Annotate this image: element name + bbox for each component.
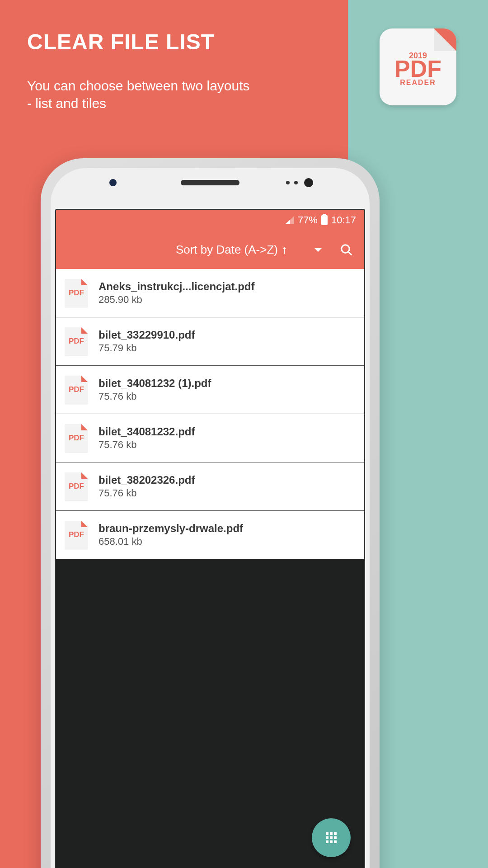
app-icon-sub-text: READER (400, 79, 436, 87)
app-icon-main-text: PDF (394, 57, 441, 80)
file-list: PDF Aneks_instrukcj...licencjat.pdf 285.… (56, 269, 364, 559)
file-name: bilet_38202326.pdf (99, 474, 195, 486)
list-item[interactable]: PDF bilet_33229910.pdf 75.79 kb (56, 317, 364, 366)
app-icon: 2019 PDF READER (380, 28, 456, 105)
phone-top-hardware (51, 180, 370, 185)
layout-toggle-fab[interactable] (312, 818, 351, 857)
phone-screen: 77% 10:17 Sort by Date (A->Z) ↑ (55, 209, 365, 868)
file-name: bilet_33229910.pdf (99, 329, 195, 341)
promo-subtitle: You can choose between two layouts - lis… (27, 77, 253, 112)
speaker-grille (181, 180, 239, 185)
clock-time: 10:17 (331, 214, 356, 226)
pdf-file-icon: PDF (65, 521, 88, 549)
signal-icon (285, 216, 294, 224)
file-size: 75.76 kb (99, 487, 195, 499)
list-item[interactable]: PDF bilet_38202326.pdf 75.76 kb (56, 462, 364, 511)
pdf-file-icon: PDF (65, 472, 88, 500)
dropdown-icon[interactable] (314, 248, 322, 252)
phone-bezel: 77% 10:17 Sort by Date (A->Z) ↑ (51, 168, 370, 868)
file-size: 658.01 kb (99, 536, 243, 547)
camera-dot (109, 179, 117, 186)
app-toolbar: Sort by Date (A->Z) ↑ (56, 231, 364, 269)
pdf-file-icon: PDF (65, 376, 88, 404)
svg-line-1 (348, 251, 352, 255)
file-name: braun-przemysly-drwale.pdf (99, 522, 243, 535)
promo-title: CLEAR FILE LIST (27, 29, 215, 54)
list-item[interactable]: PDF bilet_34081232.pdf 75.76 kb (56, 414, 364, 462)
list-item[interactable]: PDF bilet_34081232 (1).pdf 75.76 kb (56, 366, 364, 414)
sort-label-text: Sort by Date (A->Z) (176, 243, 278, 257)
battery-icon (321, 215, 328, 225)
grid-icon (326, 832, 337, 843)
battery-percent: 77% (298, 214, 318, 226)
status-bar: 77% 10:17 (56, 210, 364, 231)
pdf-file-icon: PDF (65, 424, 88, 452)
empty-bottom-area (56, 559, 364, 868)
file-size: 75.76 kb (99, 439, 195, 451)
pdf-file-icon: PDF (65, 279, 88, 307)
sort-direction-arrow: ↑ (282, 243, 287, 257)
search-icon[interactable] (340, 243, 353, 257)
file-size: 75.79 kb (99, 342, 195, 354)
sensor-dots (286, 178, 313, 187)
phone-frame: 77% 10:17 Sort by Date (A->Z) ↑ (41, 158, 380, 868)
file-name: bilet_34081232 (1).pdf (99, 377, 211, 390)
list-item[interactable]: PDF Aneks_instrukcj...licencjat.pdf 285.… (56, 269, 364, 317)
file-size: 285.90 kb (99, 294, 254, 306)
file-name: bilet_34081232.pdf (99, 425, 195, 438)
svg-point-0 (342, 245, 350, 253)
file-size: 75.76 kb (99, 391, 211, 402)
pdf-file-icon: PDF (65, 327, 88, 355)
sort-button[interactable]: Sort by Date (A->Z) ↑ (176, 243, 287, 257)
list-item[interactable]: PDF braun-przemysly-drwale.pdf 658.01 kb (56, 511, 364, 559)
file-name: Aneks_instrukcj...licencjat.pdf (99, 280, 254, 293)
